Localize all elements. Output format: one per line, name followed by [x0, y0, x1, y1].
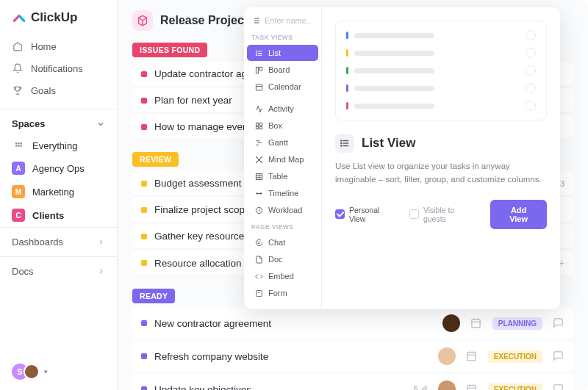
status-square-icon: [141, 124, 147, 130]
svg-rect-36: [256, 126, 258, 129]
nav-dashboards[interactable]: Dashboards: [0, 227, 117, 256]
space-item-marketing[interactable]: M Marketing: [0, 180, 117, 203]
task-row[interactable]: New contractor agreement PLANNING: [132, 308, 573, 339]
personal-view-checkbox[interactable]: Personal View: [335, 206, 398, 223]
comment-icon[interactable]: [553, 350, 564, 362]
task-title: Refresh company website: [154, 351, 431, 362]
view-option-activity[interactable]: Activity: [247, 101, 318, 117]
view-option-list[interactable]: List: [247, 45, 318, 61]
view-creator-popover: TASK VIEWS List Board Calendar Activity …: [244, 7, 560, 309]
view-option-doc[interactable]: Doc: [247, 251, 318, 267]
space-everything[interactable]: Everything: [0, 135, 117, 156]
view-option-workload[interactable]: Workload: [247, 202, 318, 218]
nav-docs[interactable]: Docs: [0, 256, 117, 286]
nav-notifications[interactable]: Notifications: [0, 57, 117, 79]
box-icon: [254, 121, 263, 130]
space-item-clients[interactable]: C Clients: [0, 203, 117, 227]
view-option-gantt[interactable]: Gantt: [247, 134, 318, 151]
calendar-icon: [254, 82, 263, 91]
task-tag[interactable]: EXECUTION: [488, 350, 542, 363]
chevron-down-icon: [96, 120, 105, 129]
task-tag[interactable]: EXECUTION: [488, 383, 542, 391]
view-option-mind-map[interactable]: Mind Map: [247, 151, 318, 167]
view-option-form[interactable]: Form: [247, 285, 318, 301]
task-tag[interactable]: PLANNING: [492, 317, 542, 330]
status-square-icon: [141, 386, 147, 390]
svg-point-4: [18, 145, 19, 147]
subtask-count: 3: [560, 179, 564, 188]
calendar-icon[interactable]: [470, 317, 482, 329]
chevron-right-icon: [97, 238, 105, 246]
status-square-icon: [141, 320, 147, 326]
calendar-icon[interactable]: [466, 383, 478, 390]
grid-icon: [12, 141, 25, 151]
view-option-chat[interactable]: Chat: [247, 234, 318, 250]
view-option-table[interactable]: Table: [247, 168, 318, 184]
sidebar: ClickUp Home Notifications Goals Spaces …: [0, 0, 118, 390]
user-avatar-photo: [24, 364, 40, 380]
task-title: New contractor agreement: [154, 318, 435, 329]
assignee-avatar[interactable]: [438, 380, 456, 390]
view-detail-description: Use List view to organize your tasks in …: [335, 160, 547, 187]
spaces-header[interactable]: Spaces: [0, 109, 117, 135]
assignee-avatar[interactable]: [442, 314, 460, 332]
status-pill[interactable]: READY: [132, 289, 175, 303]
view-option-board[interactable]: Board: [247, 62, 318, 78]
nav-home[interactable]: Home: [0, 35, 117, 57]
status-square-icon: [141, 260, 147, 266]
project-icon: [132, 10, 153, 31]
svg-point-2: [20, 142, 21, 144]
board-icon: [254, 65, 263, 74]
timeline-icon: [254, 189, 263, 198]
svg-rect-6: [472, 319, 480, 328]
view-detail-title: List View: [362, 136, 415, 151]
nav-goals[interactable]: Goals: [0, 79, 117, 101]
view-option-calendar[interactable]: Calendar: [247, 79, 318, 95]
svg-point-1: [18, 142, 19, 144]
assignee-avatar[interactable]: [438, 347, 456, 365]
svg-rect-37: [259, 126, 262, 129]
project-title: Release Project: [160, 14, 248, 27]
user-switcher[interactable]: S ▾: [0, 353, 117, 390]
comment-icon[interactable]: [553, 383, 564, 390]
status-square-icon: [141, 181, 147, 187]
status-pill[interactable]: REVIEW: [132, 152, 179, 167]
list-view-icon: [335, 134, 354, 153]
visible-guests-checkbox[interactable]: Visible to guests: [409, 206, 478, 223]
subtask-count: 5: [414, 385, 428, 390]
chevron-right-icon: [97, 267, 105, 275]
brand-name: ClickUp: [31, 10, 77, 25]
view-name-input[interactable]: [265, 16, 314, 25]
brand-logo[interactable]: ClickUp: [0, 0, 117, 32]
task-row[interactable]: Update key objectives 5 EXECUTION: [132, 374, 573, 390]
svg-point-60: [341, 145, 342, 146]
calendar-icon[interactable]: [466, 350, 478, 362]
svg-point-29: [256, 54, 257, 55]
clickup-logo-icon: [12, 10, 26, 25]
svg-rect-10: [467, 353, 476, 361]
status-square-icon: [141, 207, 147, 213]
view-option-embed[interactable]: Embed: [247, 268, 318, 284]
svg-point-3: [15, 145, 17, 147]
add-view-button[interactable]: Add View: [490, 200, 547, 229]
space-badge: C: [12, 209, 25, 222]
mind-map-icon: [254, 155, 263, 164]
status-square-icon: [141, 234, 147, 239]
home-icon: [12, 40, 24, 52]
svg-point-5: [20, 145, 21, 147]
view-detail-panel: List View Use List view to organize your…: [322, 7, 560, 309]
gantt-icon: [254, 138, 263, 147]
space-item-agency-ops[interactable]: A Agency Ops: [0, 156, 117, 180]
view-option-box[interactable]: Box: [247, 118, 318, 134]
view-option-timeline[interactable]: Timeline: [247, 185, 318, 201]
status-pill[interactable]: ISSUES FOUND: [132, 43, 207, 57]
comment-icon[interactable]: [553, 317, 564, 329]
list-icon: [251, 16, 260, 25]
svg-point-59: [341, 142, 342, 143]
status-square-icon: [141, 98, 147, 104]
svg-rect-30: [256, 67, 258, 73]
embed-icon: [254, 272, 263, 281]
task-row[interactable]: Refresh company website EXECUTION: [132, 341, 573, 372]
view-preview: [335, 21, 547, 120]
chat-icon: [254, 238, 263, 247]
